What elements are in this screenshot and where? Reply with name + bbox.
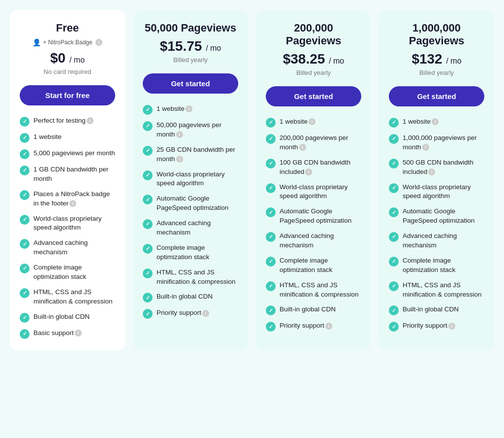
feature-info-icon[interactable]: i <box>305 168 312 175</box>
feature-item: Advanced caching mechanism <box>143 219 238 237</box>
feature-text: Advanced caching mechanism <box>403 232 484 250</box>
plan-card-business: 200,000 Pageviews$38.25 / moBilled yearl… <box>256 10 371 351</box>
feature-info-icon[interactable]: i <box>309 118 315 125</box>
feature-item: Advanced caching mechanism <box>389 232 484 250</box>
badge-info-icon[interactable]: i <box>95 39 102 46</box>
check-icon <box>266 281 276 291</box>
feature-item: Priority supporti <box>143 308 238 319</box>
check-icon <box>20 264 30 273</box>
feature-text: HTML, CSS and JS minification & compress… <box>157 268 238 287</box>
check-icon <box>389 207 399 217</box>
check-icon <box>20 117 30 127</box>
feature-text: Built-in global CDN <box>33 312 90 322</box>
feature-text: Complete image optimization stack <box>403 256 484 275</box>
feature-item: World-class proprietary speed algorithm <box>20 214 115 233</box>
feature-text: Places a NitroPack badge in the footeri <box>33 190 115 208</box>
feature-info-icon[interactable]: i <box>69 200 76 207</box>
plan-cta-business[interactable]: Get started <box>266 86 361 106</box>
check-icon <box>143 219 153 229</box>
feature-item: Advanced caching mechanism <box>20 238 115 257</box>
feature-text: HTML, CSS and JS minification & compress… <box>33 288 115 306</box>
plan-cta-free[interactable]: Start for free <box>20 85 115 105</box>
feature-text: Priority supporti <box>403 321 455 331</box>
feature-item: Complete image optimization stack <box>266 256 361 275</box>
feature-item: 1 websitei <box>389 117 484 128</box>
check-icon <box>266 232 276 242</box>
feature-info-icon[interactable]: i <box>299 144 306 151</box>
check-icon <box>20 149 30 159</box>
feature-item: Built-in global CDN <box>389 305 484 315</box>
check-icon <box>143 195 153 204</box>
feature-text: 25 GB CDN bandwidth per monthi <box>157 145 238 164</box>
plan-billing-starter: Billed yearly <box>143 56 238 64</box>
feature-text: HTML, CSS and JS minification & compress… <box>280 281 361 300</box>
feature-text: Priority supporti <box>157 308 209 318</box>
plan-title-business: 200,000 Pageviews <box>266 22 361 47</box>
check-icon <box>266 322 276 332</box>
feature-text: 50,000 pageviews per monthi <box>157 121 238 139</box>
feature-text: 100 GB CDN bandwidth includedi <box>280 158 361 177</box>
feature-text: Advanced caching mechanism <box>157 219 238 237</box>
feature-text: Automatic Google PageSpeed optimization <box>280 207 361 226</box>
feature-info-icon[interactable]: i <box>432 118 439 125</box>
check-icon <box>20 239 30 249</box>
feature-item: 50,000 pageviews per monthi <box>143 121 238 139</box>
feature-item: 5,000 pageviews per month <box>20 149 115 159</box>
pricing-grid: Free👤 + NitroPack Badge i$0 / moNo card … <box>10 10 494 351</box>
feature-text: HTML, CSS and JS minification & compress… <box>403 281 484 300</box>
feature-text: Basic supporti <box>33 329 82 338</box>
feature-item: World-class proprietary speed algorithm <box>143 170 238 189</box>
plan-cta-starter[interactable]: Get started <box>143 73 238 94</box>
feature-text: 1 websitei <box>403 117 439 127</box>
feature-item: 200,000 pageviews per monthi <box>266 134 361 152</box>
feature-text: Priority supporti <box>280 321 332 331</box>
check-icon <box>389 322 399 332</box>
feature-info-icon[interactable]: i <box>422 144 429 151</box>
feature-info-icon[interactable]: i <box>448 323 455 330</box>
feature-info-icon[interactable]: i <box>176 131 183 138</box>
feature-item: 100 GB CDN bandwidth includedi <box>266 158 361 177</box>
feature-info-icon[interactable]: i <box>325 323 332 330</box>
feature-info-icon[interactable]: i <box>186 105 192 112</box>
feature-text: 500 GB CDN bandwidth includedi <box>403 158 484 177</box>
feature-info-icon[interactable]: i <box>202 310 209 317</box>
plan-cta-enterprise[interactable]: Get started <box>389 86 484 106</box>
plan-title-starter: 50,000 Pageviews <box>143 22 238 34</box>
feature-item: 500 GB CDN bandwidth includedi <box>389 158 484 177</box>
feature-item: Automatic Google PageSpeed optimization <box>266 207 361 226</box>
check-icon <box>389 305 399 315</box>
feature-item: Advanced caching mechanism <box>266 232 361 250</box>
check-icon <box>389 134 399 144</box>
feature-item: Complete image optimization stack <box>20 263 115 282</box>
check-icon <box>389 232 399 242</box>
check-icon <box>266 305 276 315</box>
feature-text: 1 GB CDN bandwidth per month <box>33 165 115 184</box>
feature-item: HTML, CSS and JS minification & compress… <box>20 288 115 306</box>
plan-billing-business: Billed yearly <box>266 69 361 76</box>
feature-item: Complete image optimization stack <box>389 256 484 275</box>
feature-item: Built-in global CDN <box>20 312 115 323</box>
feature-item: Automatic Google PageSpeed optimization <box>389 207 484 226</box>
feature-text: World-class proprietary speed algorithm <box>157 170 238 189</box>
check-icon <box>389 183 399 193</box>
feature-text: Built-in global CDN <box>157 292 213 302</box>
feature-text: 1 websitei <box>157 104 192 114</box>
feature-text: Automatic Google PageSpeed optimization <box>403 207 484 226</box>
features-list-starter: 1 websitei50,000 pageviews per monthi25 … <box>143 104 238 319</box>
feature-text: Complete image optimization stack <box>33 263 115 282</box>
feature-text: Advanced caching mechanism <box>33 238 115 257</box>
plan-card-free: Free👤 + NitroPack Badge i$0 / moNo card … <box>10 10 125 351</box>
features-list-enterprise: 1 websitei1,000,000 pageviews per monthi… <box>389 117 484 332</box>
feature-text: Built-in global CDN <box>280 305 336 314</box>
feature-info-icon[interactable]: i <box>87 117 94 124</box>
plan-price-free: $0 / mo <box>20 50 115 66</box>
feature-item: Built-in global CDN <box>266 305 361 315</box>
feature-text: 1 website <box>33 133 62 142</box>
feature-item: Basic supporti <box>20 329 115 339</box>
feature-info-icon[interactable]: i <box>75 330 82 337</box>
feature-info-icon[interactable]: i <box>176 156 183 163</box>
check-icon <box>20 215 30 225</box>
check-icon <box>143 309 153 319</box>
feature-info-icon[interactable]: i <box>428 168 435 175</box>
check-icon <box>20 313 30 323</box>
